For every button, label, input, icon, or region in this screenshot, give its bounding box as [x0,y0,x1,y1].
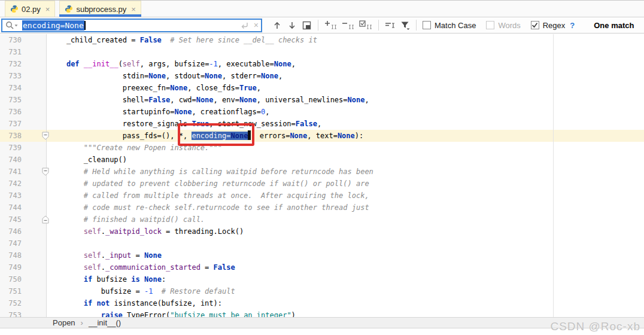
code-line: 739 """Create new Popen instance.""" [0,142,644,154]
words-option[interactable]: Words [486,21,520,30]
code-text: raise TypeError("bufsize must be an inte… [47,309,644,317]
match-count-label: One match [594,21,634,30]
code-line: 733 stdin=None, stdout=None, stderr=None… [0,70,644,82]
watermark: CSDN @Roc-xb [550,320,640,333]
close-tab-icon[interactable]: × [131,5,136,13]
breadcrumb-separator-icon: › [81,318,83,327]
in-selection-button[interactable] [299,19,314,32]
code-text: """Create new Popen instance.""" [47,142,644,154]
check-icon [531,22,538,28]
line-number: 747 [0,237,22,249]
code-text: # called from multiple threads at once. … [47,190,644,202]
line-number: 742 [0,178,22,190]
python-file-icon [10,5,19,13]
filter-button[interactable] [397,19,412,32]
next-occurrence-button[interactable] [284,19,299,32]
gutter: 734 [0,82,47,94]
line-number: 730 [0,34,22,46]
code-line: 736 startupinfo=None, creationflags=0, [0,106,644,118]
search-history-button[interactable] [5,21,19,30]
line-number: 753 [0,309,22,317]
gutter: 745 [0,214,47,226]
code-text: # finished a waitpid() call. [47,214,644,226]
code-text: startupinfo=None, creationflags=0, [47,106,644,118]
gutter: 736 [0,106,47,118]
code-line: 742 # updated to prevent clobbering retu… [0,178,644,190]
code-text: stdin=None, stdout=None, stderr=None, [47,70,644,82]
remove-occurrence-button[interactable] [339,19,357,32]
regex-label: Regex [543,21,566,30]
gutter: 752 [0,297,47,309]
clear-search-icon[interactable]: × [254,20,259,30]
match-case-checkbox[interactable] [423,21,431,29]
text-caret [84,21,86,30]
close-tab-icon[interactable]: × [45,5,50,13]
breadcrumb-popen[interactable]: Popen [53,318,75,327]
previous-occurrence-button[interactable] [269,19,284,32]
code-line: 751 bufsize = -1 # Restore default [0,285,644,297]
line-number: 749 [0,261,22,273]
code-line: 744 # code must re-check self.returncode… [0,202,644,214]
gutter: 737 [0,118,47,130]
search-input[interactable]: encoding=None × [1,19,262,32]
tab-label: subprocess.py [76,5,126,14]
match-case-label: Match Case [435,21,476,30]
arrow-up-icon [273,21,281,30]
toolbar-divider [416,20,417,31]
code-text: _cleanup() [47,154,644,166]
tab-label: 02.py [22,5,41,14]
code-text [47,237,644,249]
code-line: 730 _child_created = False # Set here si… [0,34,644,46]
words-checkbox[interactable] [486,21,494,29]
gutter: 744 [0,202,47,214]
line-number: 748 [0,249,22,261]
code-text: pass_fds=(), *, encoding=None, errors=No… [47,130,644,142]
add-occurrence-button[interactable] [322,19,339,32]
code-line: 737 restore_signals=True, start_new_sess… [0,118,644,130]
code-text: if not isinstance(bufsize, int): [47,297,644,309]
toolbar-divider [318,20,318,31]
code-lines: 730 _child_created = False # Set here si… [0,34,644,317]
regex-option[interactable]: Regex [531,21,566,30]
code-text: # Held while anything is calling waitpid… [47,166,644,178]
code-line: 752 if not isinstance(bufsize, int): [0,297,644,309]
gutter: 751 [0,285,47,297]
gutter: 740 [0,154,47,166]
breadcrumb-init[interactable]: __init__() [89,318,121,327]
code-text: self._waitpid_lock = threading.Lock() [47,226,644,237]
line-number: 744 [0,202,22,214]
plus-carets-icon [324,20,337,30]
line-number: 740 [0,154,22,166]
regex-checkbox[interactable] [531,21,539,29]
line-number: 736 [0,106,22,118]
gutter: 741 [0,166,47,178]
code-text: def __init__(self, args, bufsize=-1, exe… [47,58,644,70]
line-number: 746 [0,226,22,237]
select-all-occurrences-button[interactable] [357,19,375,32]
fold-start-icon[interactable] [42,168,49,176]
words-label: Words [498,21,520,30]
fold-start-icon[interactable] [42,132,49,140]
editor-tab-bar: 02.py × subprocess.py × [0,1,644,17]
code-line: 746 self._waitpid_lock = threading.Lock(… [0,226,644,237]
tab-02py[interactable]: 02.py × [5,1,55,17]
fold-end-icon[interactable] [42,215,49,224]
line-number: 733 [0,70,22,82]
square-half-filled-icon [302,21,311,30]
editor[interactable]: 730 _child_created = False # Set here si… [0,34,644,317]
python-file-icon [65,5,73,13]
regex-help-link[interactable]: ? [570,21,575,30]
line-number: 734 [0,82,22,94]
code-line: 731 [0,46,644,58]
code-line: 753 raise TypeError("bufsize must be an … [0,309,644,317]
code-text: self._communication_started = False [47,261,644,273]
match-case-option[interactable]: Match Case [423,21,476,30]
newline-icon[interactable] [240,22,249,29]
gutter: 750 [0,273,47,285]
code-line: 749 self._communication_started = False [0,261,644,273]
gutter: 738 [0,130,47,142]
code-text: self._input = None [47,249,644,261]
multiline-toggle-button[interactable] [382,19,397,32]
search-query-text: encoding=None [22,20,84,31]
tab-subprocesspy[interactable]: subprocess.py × [59,1,141,17]
